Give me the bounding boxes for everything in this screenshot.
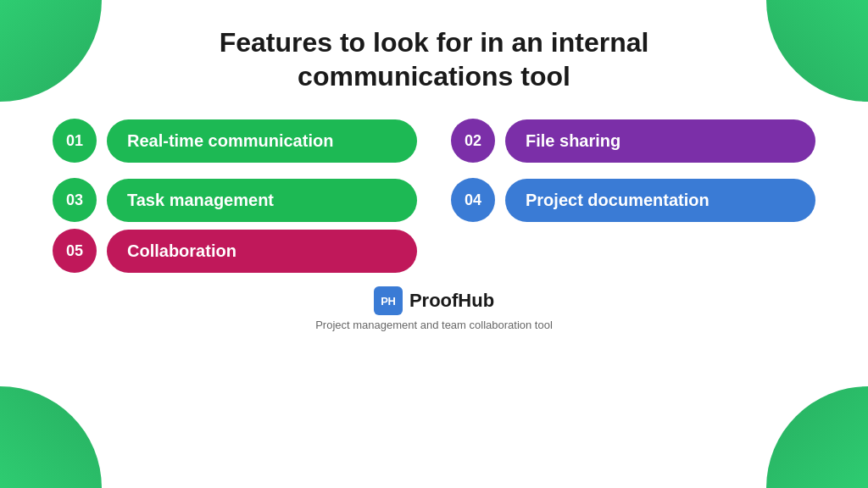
corner-decoration-br bbox=[766, 386, 868, 488]
brand-container: PH ProofHub bbox=[374, 286, 494, 315]
tagline: Project management and team collaboratio… bbox=[315, 319, 553, 331]
fifth-row: 05 Collaboration bbox=[53, 229, 815, 273]
proofhub-logo: PH bbox=[374, 286, 403, 315]
feature-label-05: Collaboration bbox=[107, 230, 417, 273]
feature-item-02: 02 File sharing bbox=[451, 119, 815, 163]
feature-item-04: 04 Project documentation bbox=[451, 178, 815, 222]
feature-label-03: Task management bbox=[107, 179, 417, 222]
page-title: Features to look for in an internal comm… bbox=[220, 25, 649, 93]
feature-item-03: 03 Task management bbox=[53, 178, 417, 222]
feature-item-01: 01 Real-time communication bbox=[53, 119, 417, 163]
feature-label-04: Project documentation bbox=[505, 179, 815, 222]
feature-number-05: 05 bbox=[53, 229, 97, 273]
feature-number-03: 03 bbox=[53, 178, 97, 222]
brand-name: ProofHub bbox=[409, 290, 494, 312]
feature-item-05: 05 Collaboration bbox=[53, 229, 417, 273]
feature-label-02: File sharing bbox=[505, 119, 815, 163]
corner-decoration-bl bbox=[0, 386, 102, 488]
feature-number-02: 02 bbox=[451, 119, 495, 163]
feature-label-01: Real-time communication bbox=[107, 119, 417, 163]
feature-number-04: 04 bbox=[451, 178, 495, 222]
feature-number-01: 01 bbox=[53, 119, 97, 163]
footer: PH ProofHub Project management and team … bbox=[315, 286, 553, 331]
features-grid: 01 Real-time communication 02 File shari… bbox=[53, 119, 815, 222]
